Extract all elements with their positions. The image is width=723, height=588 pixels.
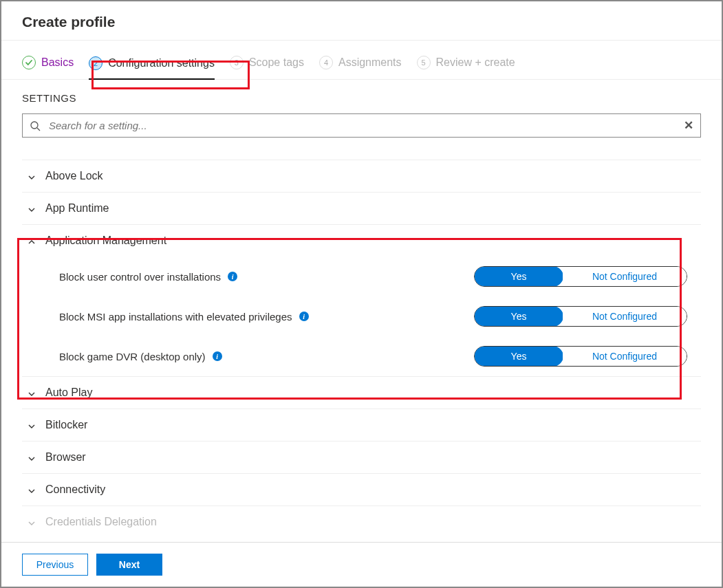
next-button[interactable]: Next: [96, 554, 162, 576]
group-header-browser[interactable]: Browser: [22, 442, 701, 473]
group-label: App Runtime: [45, 202, 109, 215]
search-icon: [30, 120, 41, 131]
group-bitlocker: Bitlocker: [22, 409, 701, 442]
setting-block-msi: Block MSI app installations with elevate…: [22, 296, 701, 336]
chevron-down-icon: [28, 172, 36, 180]
chevron-down-icon: [28, 389, 36, 397]
group-label: Auto Play: [45, 386, 92, 399]
group-credentials-delegation: Credentials Delegation: [22, 506, 701, 536]
page-title: Create profile: [22, 14, 701, 30]
tab-label: Configuration settings: [108, 57, 215, 69]
step-number-2: 2: [89, 56, 102, 70]
setting-label: Block game DVR (desktop only): [59, 351, 206, 362]
step-number-4: 4: [319, 56, 333, 69]
group-header-app-runtime[interactable]: App Runtime: [22, 193, 701, 224]
tab-review-create[interactable]: 5 Review + create: [417, 56, 515, 79]
toggle-block-msi[interactable]: Yes Not Configured: [474, 306, 687, 327]
chevron-up-icon: [28, 237, 36, 245]
toggle-block-user-control[interactable]: Yes Not Configured: [474, 266, 687, 287]
tab-label: Basics: [41, 56, 74, 69]
toggle-option-yes[interactable]: Yes: [474, 346, 563, 367]
toggle-block-game-dvr[interactable]: Yes Not Configured: [474, 346, 687, 367]
info-icon[interactable]: i: [213, 351, 222, 361]
chevron-down-icon: [28, 453, 36, 461]
step-number-5: 5: [417, 56, 431, 69]
toggle-option-not-configured[interactable]: Not Configured: [563, 307, 687, 326]
clear-icon[interactable]: ✕: [684, 118, 693, 133]
setting-label-wrap: Block user control over installations i: [59, 271, 341, 283]
tab-label: Review + create: [436, 56, 515, 69]
setting-label: Block MSI app installations with elevate…: [59, 311, 292, 323]
search-input[interactable]: [47, 119, 677, 132]
setting-block-game-dvr: Block game DVR (desktop only) i Yes Not …: [22, 336, 701, 376]
group-header-connectivity[interactable]: Connectivity: [22, 474, 701, 505]
group-label: Browser: [45, 451, 86, 464]
tab-label: Assignments: [338, 56, 402, 69]
wizard-tabs: Basics 2 Configuration settings 3 Scope …: [1, 41, 722, 80]
group-app-runtime: App Runtime: [22, 193, 701, 225]
group-auto-play: Auto Play: [22, 377, 701, 409]
info-icon[interactable]: i: [299, 312, 309, 321]
settings-accordion: Above Lock App Runtime Application Manag…: [22, 160, 701, 536]
group-label: Credentials Delegation: [45, 516, 157, 528]
tab-assignments[interactable]: 4 Assignments: [319, 56, 402, 79]
svg-line-1: [37, 128, 40, 131]
group-connectivity: Connectivity: [22, 474, 701, 506]
group-above-lock: Above Lock: [22, 160, 701, 193]
group-header-credentials-delegation[interactable]: Credentials Delegation: [22, 506, 701, 536]
chevron-down-icon: [28, 421, 36, 429]
group-label: Application Management: [45, 235, 166, 247]
toggle-option-yes[interactable]: Yes: [474, 306, 563, 327]
setting-label-wrap: Block MSI app installations with elevate…: [59, 311, 341, 323]
tab-configuration-settings[interactable]: 2 Configuration settings: [89, 56, 215, 80]
setting-label: Block user control over installations: [59, 271, 221, 283]
wizard-footer: Previous Next: [1, 542, 722, 587]
group-label: Bitlocker: [45, 419, 87, 431]
group-label: Above Lock: [45, 170, 103, 182]
toggle-option-not-configured[interactable]: Not Configured: [563, 347, 687, 366]
checkmark-icon: [22, 56, 36, 69]
group-header-bitlocker[interactable]: Bitlocker: [22, 409, 701, 441]
chevron-down-icon: [28, 518, 36, 526]
group-header-application-management[interactable]: Application Management: [22, 225, 701, 257]
section-label-settings: SETTINGS: [22, 92, 701, 104]
tab-label: Scope tags: [249, 56, 304, 69]
group-header-auto-play[interactable]: Auto Play: [22, 377, 701, 409]
group-label: Connectivity: [45, 483, 105, 496]
settings-body: SETTINGS ✕ Above Lock App Runtime: [1, 80, 722, 536]
step-number-3: 3: [230, 56, 244, 69]
toggle-option-not-configured[interactable]: Not Configured: [563, 267, 687, 286]
toggle-option-yes[interactable]: Yes: [474, 266, 563, 287]
search-field-wrap[interactable]: ✕: [22, 113, 701, 138]
svg-point-0: [31, 122, 38, 129]
setting-block-user-control: Block user control over installations i …: [22, 257, 701, 296]
tab-scope-tags[interactable]: 3 Scope tags: [230, 56, 304, 79]
group-application-management: Application Management Block user contro…: [22, 225, 701, 377]
previous-button[interactable]: Previous: [22, 554, 88, 576]
page-header: Create profile: [1, 1, 722, 40]
chevron-down-icon: [28, 204, 36, 213]
info-icon[interactable]: i: [228, 272, 237, 281]
setting-label-wrap: Block game DVR (desktop only) i: [59, 351, 341, 362]
group-browser: Browser: [22, 442, 701, 474]
tab-basics[interactable]: Basics: [22, 56, 74, 79]
group-header-above-lock[interactable]: Above Lock: [22, 160, 701, 192]
chevron-down-icon: [28, 486, 36, 494]
